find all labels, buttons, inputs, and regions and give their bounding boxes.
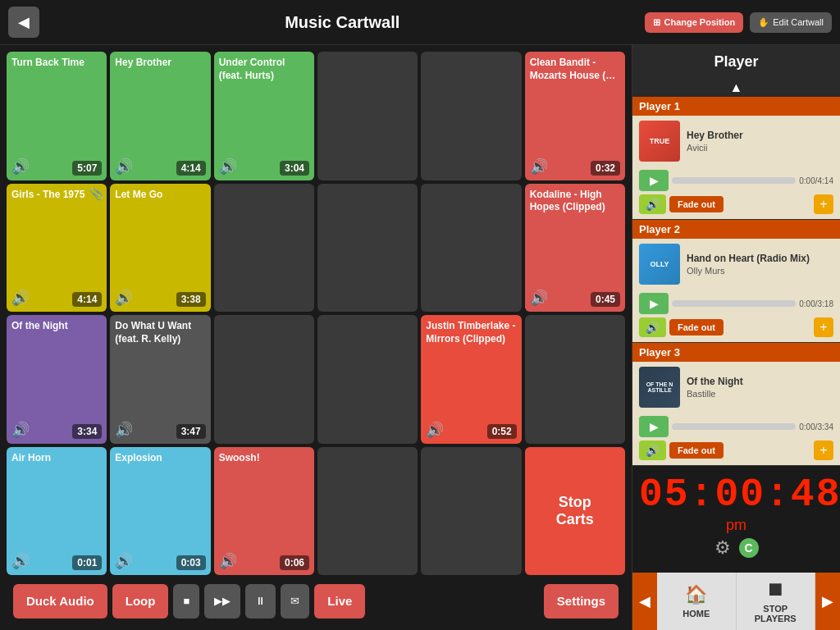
cart-cell-title: Under Control (feat. Hurts)	[219, 57, 309, 82]
nav-right-arrow[interactable]: ▶	[815, 573, 840, 630]
speaker-icon: 🔊	[219, 552, 237, 570]
edit-cartwall-label: Edit Cartwall	[773, 17, 824, 27]
cart-cell-time: 0:01	[72, 555, 102, 570]
player-2-track-info: Hand on Heart (Radio Mix) Olly Murs	[687, 253, 833, 276]
cart-cell-title: Of the Night	[11, 320, 102, 333]
cart-cell-time: 3:04	[280, 161, 309, 176]
cart-cell-r2-c4[interactable]: Justin Timberlake - Mirrors (Clipped)🔊0:…	[421, 315, 521, 444]
cart-cell-r0-c0[interactable]: Turn Back Time🔊5:07	[7, 52, 107, 180]
speaker-icon: 🔊	[426, 421, 444, 439]
player-2-speaker-button[interactable]: 🔊	[639, 317, 666, 337]
change-pos-label: Change Position	[664, 17, 735, 27]
player-3-content: OF THE N ASTILLE Of the Night Bastille	[632, 362, 840, 413]
skip-button[interactable]: ▶▶	[204, 584, 240, 619]
scroll-up-area: ▲	[632, 79, 840, 97]
c-icon[interactable]: C	[739, 538, 759, 558]
speaker-icon: 🔊	[530, 289, 548, 307]
cart-cell-r3-c3	[317, 447, 418, 576]
edit-cartwall-button[interactable]: ✋ Edit Cartwall	[750, 12, 832, 33]
clock-ampm: pm	[639, 517, 833, 534]
speaker-icon: 🔊	[11, 158, 30, 176]
cart-cell-bottom: 🔊5:07	[11, 158, 102, 176]
player-3-speaker-button[interactable]: 🔊	[639, 441, 666, 460]
player-2-plus-button[interactable]: +	[814, 317, 833, 337]
cart-cell-time: 4:14	[176, 161, 206, 176]
cart-cell-r1-c0[interactable]: Girls - The 1975📎🔊4:14	[7, 184, 107, 313]
player-1-fade-button[interactable]: Fade out	[669, 196, 724, 212]
top-bar: ◀ Music Cartwall ⊞ Change Position ✋ Edi…	[0, 0, 840, 45]
cart-cell-title: Let Me Go	[115, 189, 205, 202]
cart-cell-r1-c4	[421, 184, 521, 313]
player-1-speaker-button[interactable]: 🔊	[639, 194, 666, 214]
cart-cell-time: 3:34	[72, 424, 102, 439]
cart-cell-time: 0:32	[591, 161, 620, 176]
player-2-play-button[interactable]: ▶	[639, 293, 669, 314]
cart-cell-r3-c5[interactable]: Stop Carts	[525, 447, 625, 576]
settings-button[interactable]: Settings	[544, 584, 619, 619]
stop-players-label: STOP PLAYERS	[755, 604, 797, 623]
change-position-button[interactable]: ⊞ Change Position	[645, 12, 743, 33]
player-3-play-button[interactable]: ▶	[639, 416, 669, 437]
player-2-label: Player 2	[632, 220, 840, 239]
cart-cell-title: Swoosh!	[219, 452, 309, 465]
nav-left-arrow[interactable]: ◀	[632, 573, 657, 630]
clock-area: 05:00:48 pm ⚙ C	[632, 466, 840, 573]
duck-audio-button[interactable]: Duck Audio	[13, 584, 107, 619]
cart-cell-r3-c0[interactable]: Air Horn🔊0:01	[7, 447, 107, 576]
speaker-icon: 🔊	[530, 158, 548, 176]
player-2-fade-button[interactable]: Fade out	[669, 319, 724, 336]
top-actions: ⊞ Change Position ✋ Edit Cartwall	[645, 12, 832, 33]
cart-cell-r0-c2[interactable]: Under Control (feat. Hurts)🔊3:04	[214, 52, 314, 180]
player-3-track-info: Of the Night Bastille	[687, 376, 833, 399]
cart-cell-title: Air Horn	[11, 452, 102, 465]
player-3-artist: Bastille	[687, 389, 833, 399]
player-2-progress-bar	[672, 300, 796, 307]
main-layout: Turn Back Time🔊5:07Hey Brother🔊4:14Under…	[0, 45, 840, 630]
cart-cell-time: 0:03	[176, 555, 206, 570]
speaker-icon: 🔊	[11, 421, 30, 439]
cartwall-area: Turn Back Time🔊5:07Hey Brother🔊4:14Under…	[0, 45, 632, 630]
player-2-track-name: Hand on Heart (Radio Mix)	[687, 253, 833, 266]
cart-cell-r1-c3	[317, 184, 418, 313]
player-1-section: Player 1 TRUE Hey Brother Avicii ▶ 0:00/…	[632, 97, 840, 220]
cart-cell-r1-c5[interactable]: Kodaline - High Hopes (Clipped)🔊0:45	[525, 184, 625, 313]
player-bottom-nav: ◀ 🏠 HOME ⏹ STOP PLAYERS ▶	[632, 573, 840, 630]
live-button[interactable]: Live	[314, 584, 365, 619]
stop-carts-label: Stop Carts	[556, 494, 594, 528]
cart-cell-r1-c1[interactable]: Let Me Go🔊3:38	[110, 184, 210, 313]
stop-button[interactable]: ■	[173, 584, 199, 619]
envelope-button[interactable]: ✉	[281, 584, 309, 619]
player-3-plus-button[interactable]: +	[814, 441, 833, 460]
cart-cell-time: 4:14	[72, 292, 102, 307]
player-2-action-row: 🔊 Fade out +	[632, 317, 840, 342]
nav-stop-players-button[interactable]: ⏹ STOP PLAYERS	[737, 573, 816, 630]
back-button[interactable]: ◀	[8, 7, 39, 38]
player-3-fade-button[interactable]: Fade out	[669, 442, 724, 459]
speaker-icon: 🔊	[11, 289, 30, 307]
cart-cell-title: Hey Brother	[115, 57, 205, 70]
cart-cell-time: 5:07	[72, 161, 102, 176]
player-1-play-button[interactable]: ▶	[639, 170, 669, 191]
cart-cell-bottom: 🔊0:32	[530, 158, 620, 176]
cart-cell-time: 0:52	[487, 424, 517, 439]
player-3-art-text: OF THE N ASTILLE	[639, 367, 680, 408]
cart-cell-r3-c1[interactable]: Explosion🔊0:03	[110, 447, 210, 576]
paperclip-icon: 📎	[89, 187, 103, 200]
cart-cell-r2-c3	[317, 315, 418, 444]
loop-button[interactable]: Loop	[112, 584, 169, 619]
cart-cell-r2-c0[interactable]: Of the Night🔊3:34	[7, 315, 107, 444]
speaker-icon: 🔊	[115, 158, 133, 176]
player-1-track-info: Hey Brother Avicii	[687, 130, 833, 153]
cart-cell-bottom: 🔊0:01	[11, 552, 102, 570]
stop-players-icon: ⏹	[766, 579, 784, 600]
gear-icon[interactable]: ⚙	[714, 537, 731, 559]
nav-home-button[interactable]: 🏠 HOME	[657, 573, 737, 630]
cart-cell-r3-c2[interactable]: Swoosh!🔊0:06	[214, 447, 314, 576]
cart-cell-r0-c5[interactable]: Clean Bandit - Mozarts House (…🔊0:32	[525, 52, 625, 180]
player-1-plus-button[interactable]: +	[814, 194, 833, 214]
cart-cell-r2-c1[interactable]: Do What U Want (feat. R. Kelly)🔊3:47	[110, 315, 210, 444]
pause-button[interactable]: ⏸	[245, 584, 276, 619]
player-2-album-art: OLLY	[639, 244, 680, 285]
cart-cell-r0-c1[interactable]: Hey Brother🔊4:14	[110, 52, 210, 180]
cart-grid: Turn Back Time🔊5:07Hey Brother🔊4:14Under…	[7, 52, 625, 575]
